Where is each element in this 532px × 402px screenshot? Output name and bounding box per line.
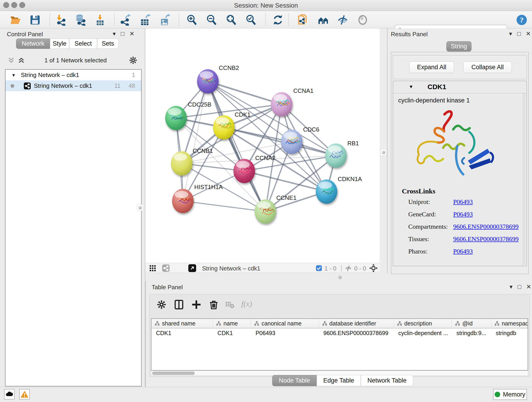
delete-column-trash-icon[interactable] <box>209 300 219 310</box>
crosslink-link[interactable]: P06493 <box>453 198 473 206</box>
open-session-icon[interactable] <box>10 14 21 26</box>
export-network-icon[interactable] <box>120 14 131 26</box>
help-icon[interactable]: ? <box>516 14 527 26</box>
zoom-fit-icon[interactable] <box>225 14 237 26</box>
table-row[interactable]: CDK1CDK1P064939606.ENSP00000378699cyclin… <box>152 328 528 338</box>
delete-table-icon[interactable] <box>225 300 234 310</box>
export-table-icon[interactable] <box>139 14 151 26</box>
node-CCNB2[interactable] <box>197 69 219 94</box>
panel-collapse-icon[interactable]: ▾ <box>113 30 116 37</box>
tab-sets[interactable]: Sets <box>97 38 119 49</box>
table-cell[interactable]: stringdb <box>491 328 528 338</box>
table-cell[interactable]: CDK1 <box>213 328 251 338</box>
table-cell[interactable]: cyclin-dependent ... <box>394 328 452 338</box>
crosslink-link[interactable]: 9606.ENSP00000378699 <box>453 223 519 230</box>
hide-selected-icon[interactable] <box>337 14 349 26</box>
scrollbar-thumb[interactable] <box>152 371 195 375</box>
node-CCNB1[interactable] <box>171 151 192 176</box>
node-CCNA2[interactable] <box>234 159 255 183</box>
open-in-window-icon[interactable] <box>188 264 196 272</box>
node-CDKN1A[interactable] <box>316 179 337 204</box>
column-header-namespace[interactable]: namespace <box>491 319 528 328</box>
node-RB1[interactable] <box>325 143 347 168</box>
crosslink-link[interactable]: P06493 <box>453 248 473 255</box>
panel-close-icon[interactable]: ✕ <box>526 30 531 37</box>
reposition-crosshair-icon[interactable] <box>369 264 378 272</box>
edge-CCNB2-HIST1H1A[interactable] <box>183 81 208 201</box>
select-columns-icon[interactable] <box>174 300 184 310</box>
section-expand-icon[interactable]: ▾ <box>410 83 412 90</box>
network-collection-row[interactable]: ▾ String Network – cdk1 1 <box>6 70 141 80</box>
collapse-all-button[interactable]: Collapse All <box>463 61 512 73</box>
vertical-splitter[interactable] <box>380 28 388 273</box>
selected-checkbox-icon[interactable] <box>316 265 322 271</box>
table-cell[interactable]: P06493 <box>251 328 319 338</box>
node-CCNA1[interactable] <box>271 92 292 116</box>
import-network-file-icon[interactable] <box>55 14 66 26</box>
zoom-in-icon[interactable] <box>186 14 197 26</box>
export-image-icon[interactable] <box>159 14 171 26</box>
column-header-description[interactable]: description <box>394 319 452 328</box>
crosslink-link[interactable]: 9606.ENSP00000378699 <box>453 235 519 243</box>
first-neighbors-icon[interactable] <box>317 14 329 26</box>
import-network-database-icon[interactable] <box>75 14 86 26</box>
cloud-status-button[interactable] <box>4 389 15 400</box>
warning-status-button[interactable] <box>19 389 30 400</box>
panel-float-icon[interactable]: □ <box>121 30 124 37</box>
node-CDK1[interactable] <box>213 115 234 140</box>
zoom-selected-icon[interactable] <box>245 14 257 26</box>
node-CDC25B[interactable] <box>165 106 187 130</box>
network-options-gear-icon[interactable] <box>129 56 138 65</box>
import-table-icon[interactable] <box>94 14 106 26</box>
tab-edge-table[interactable]: Edge Table <box>317 375 361 386</box>
save-session-icon[interactable] <box>29 14 41 26</box>
panel-splitter-handle[interactable] <box>137 204 143 211</box>
function-builder-icon[interactable]: f(x) <box>241 300 262 310</box>
create-column-plus-icon[interactable] <box>191 300 201 310</box>
panel-close-icon[interactable]: ✕ <box>129 30 134 37</box>
hidden-eye-icon[interactable] <box>345 265 352 272</box>
tab-string[interactable]: String <box>446 41 472 51</box>
table-cell[interactable]: CDK1 <box>152 328 213 338</box>
panel-splitter-handle[interactable] <box>380 149 386 156</box>
zoom-out-icon[interactable] <box>206 14 217 26</box>
table-cell[interactable]: stringdb:9... <box>452 328 491 338</box>
node-HIST1H1A[interactable] <box>172 189 194 213</box>
horizontal-splitter[interactable] <box>145 273 532 281</box>
expand-all-button[interactable]: Expand All <box>409 61 454 73</box>
tree-expand-icon[interactable]: ▾ <box>12 72 15 78</box>
tab-network[interactable]: Network <box>16 38 50 49</box>
splitter-dot[interactable] <box>338 275 342 279</box>
node-CDC6[interactable] <box>281 130 302 154</box>
edge-CCNB2-CCNA1[interactable] <box>208 81 282 104</box>
tab-style[interactable]: Style <box>50 38 69 49</box>
apply-layout-icon[interactable] <box>272 14 284 26</box>
collapse-all-icon[interactable] <box>7 56 15 64</box>
panel-float-icon[interactable]: □ <box>517 30 521 37</box>
table-settings-gear-icon[interactable] <box>157 300 167 310</box>
tab-node-table[interactable]: Node Table <box>272 375 317 386</box>
column-header-database-identifier[interactable]: database identifier <box>319 319 394 328</box>
column-header-id[interactable]: @id <box>452 319 491 328</box>
tab-network-table[interactable]: Network Table <box>361 375 413 386</box>
panel-float-icon[interactable]: □ <box>518 283 521 290</box>
memory-button[interactable]: Memory <box>493 389 527 400</box>
column-header-shared-name[interactable]: shared name <box>152 319 213 328</box>
tab-select[interactable]: Select <box>69 38 97 49</box>
panel-close-icon[interactable]: ✕ <box>526 283 531 290</box>
show-all-icon[interactable] <box>357 14 368 26</box>
column-header-name[interactable]: name <box>213 319 251 328</box>
birdseye-grid-icon[interactable] <box>149 265 156 272</box>
gene-section-header[interactable]: ▾ CDK1 <box>393 81 526 94</box>
edge-HIST1H1A-CCNE1[interactable] <box>183 201 265 211</box>
new-network-from-selection-icon[interactable] <box>297 14 308 26</box>
node-CCNE1[interactable] <box>254 199 276 224</box>
crosslink-link[interactable]: P06493 <box>453 211 473 218</box>
column-header-canonical-name[interactable]: canonical name <box>251 319 319 328</box>
table-cell[interactable]: 9606.ENSP00000378699 <box>319 328 394 338</box>
expand-all-icon[interactable] <box>17 56 25 64</box>
panel-collapse-icon[interactable]: ▾ <box>509 30 512 37</box>
results-scrollbar[interactable] <box>523 94 526 265</box>
network-canvas[interactable]: CCNB2CCNA1CDC25BCDK1CDC6RB1CCNB1CCNA2CDK… <box>145 28 380 263</box>
network-row[interactable]: String Network – cdk1 11 48 <box>6 80 141 91</box>
